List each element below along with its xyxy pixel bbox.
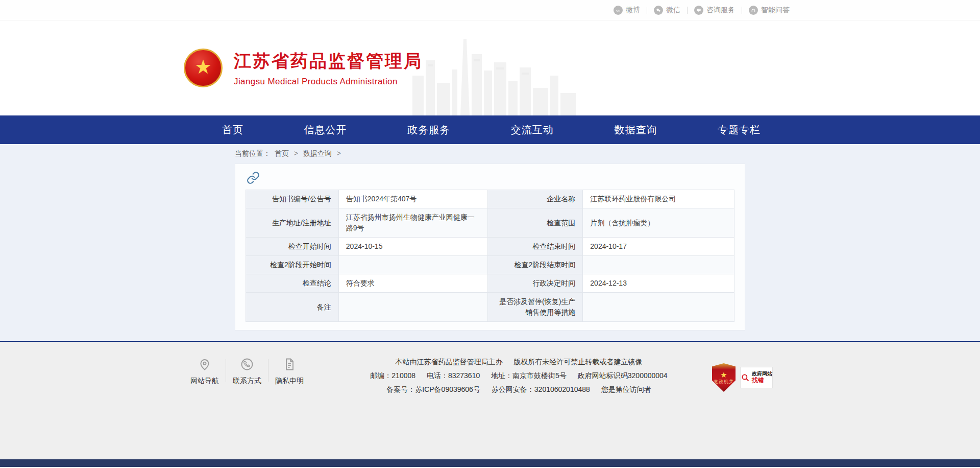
footer-icp-number: 备案号：苏ICP备09039606号 xyxy=(386,385,480,393)
table-row: 检查结论 符合要求 行政决定时间 2024-12-13 xyxy=(246,274,734,293)
row-label: 检查2阶段结束时间 xyxy=(487,256,583,274)
link-icon xyxy=(247,171,260,184)
footer-copyright-text: 版权所有未经许可禁止转载或者建立镜像 xyxy=(513,358,642,366)
row-label: 生产地址/注册地址 xyxy=(246,208,339,238)
breadcrumb-link-data-query[interactable]: 数据查询 xyxy=(303,149,332,157)
site-error-badge[interactable]: 政府网站 找错 xyxy=(740,367,773,388)
skyline-watermark xyxy=(412,39,576,115)
content-area: 当前位置： 首页 > 数据查询 > 告知书编号/公告号 告知书2024年第407… xyxy=(0,144,980,341)
consult-service-link[interactable]: 咨询服务 xyxy=(688,6,742,15)
breadcrumb-separator: > xyxy=(294,149,298,157)
consult-service-icon xyxy=(694,6,703,15)
breadcrumb: 当前位置： 首页 > 数据查询 > xyxy=(184,144,796,163)
detail-table: 告知书编号/公告号 告知书2024年第407号 企业名称 江苏联环药业股份有限公… xyxy=(246,190,734,322)
smart-qa-label: 智能问答 xyxy=(761,6,790,15)
site-title: 江苏省药品监督管理局 xyxy=(234,50,423,73)
table-row: 生产地址/注册地址 江苏省扬州市扬州生物健康产业园健康一路9号 检查范围 片剂（… xyxy=(246,208,734,238)
weibo-label: 微博 xyxy=(626,6,640,15)
weibo-link[interactable]: 微博 xyxy=(607,6,647,15)
site-error-badge-bottom: 找错 xyxy=(752,377,772,384)
row-value: 江苏联环药业股份有限公司 xyxy=(583,190,734,208)
row-label: 备注 xyxy=(246,293,339,322)
wechat-link[interactable]: 微信 xyxy=(647,6,687,15)
row-value: 江苏省扬州市扬州生物健康产业园健康一路9号 xyxy=(338,208,487,238)
row-value xyxy=(583,256,734,274)
nav-item-interaction[interactable]: 交流互动 xyxy=(511,123,554,137)
smart-qa-link[interactable]: 智能问答 xyxy=(742,6,796,15)
footer-nav-privacy-label: 隐私申明 xyxy=(275,377,304,385)
row-label: 检查开始时间 xyxy=(246,238,339,256)
table-row: 备注 是否涉及暂停(恢复)生产销售使用等措施 xyxy=(246,293,734,322)
main-navigation: 首页 信息公开 政务服务 交流互动 数据查询 专题专栏 xyxy=(0,115,980,144)
document-icon xyxy=(282,357,297,371)
topbar: 微博 微信 咨询服务 智能问答 xyxy=(0,0,980,20)
table-row: 告知书编号/公告号 告知书2024年第407号 企业名称 江苏联环药业股份有限公… xyxy=(246,190,734,208)
footer-info: 本站由江苏省药品监督管理局主办 版权所有未经许可禁止转载或者建立镜像 邮编：21… xyxy=(310,355,712,396)
site-footer: 网站导航 联系方式 隐私申明 本站由 xyxy=(0,341,980,459)
magnifier-icon xyxy=(741,373,750,382)
row-label: 是否涉及暂停(恢复)生产销售使用等措施 xyxy=(487,293,583,322)
party-gov-badge[interactable]: ★ 党政机关 xyxy=(712,363,736,392)
smart-qa-icon xyxy=(749,6,758,15)
site-subtitle: Jiangsu Medical Products Administration xyxy=(234,77,423,87)
row-value: 符合要求 xyxy=(338,274,487,293)
row-value: 2024-10-15 xyxy=(338,238,487,256)
row-label: 检查范围 xyxy=(487,208,583,238)
footer-address: 地址：南京市鼓楼街5号 xyxy=(491,371,567,380)
row-label: 检查结束时间 xyxy=(487,238,583,256)
nav-item-home[interactable]: 首页 xyxy=(222,123,243,137)
table-row: 检查2阶段开始时间 检查2阶段结束时间 xyxy=(246,256,734,274)
wechat-icon xyxy=(654,6,663,15)
footer-security-number: 苏公网安备：32010602010488 xyxy=(492,385,590,393)
nav-item-gov-services[interactable]: 政务服务 xyxy=(407,123,450,137)
footer-quick-links: 网站导航 联系方式 隐私申明 xyxy=(184,355,310,386)
footer-nav-sitemap-label: 网站导航 xyxy=(190,377,219,385)
phone-icon xyxy=(240,357,254,371)
site-header: ★ 江苏省药品监督管理局 Jiangsu Medical Products Ad… xyxy=(0,20,980,115)
footer-nav-contact[interactable]: 联系方式 xyxy=(226,355,268,386)
footer-badges: ★ 党政机关 政府网站 找错 xyxy=(712,363,773,392)
weibo-icon xyxy=(614,6,623,15)
row-label: 行政决定时间 xyxy=(487,274,583,293)
row-value: 2024-10-17 xyxy=(583,238,734,256)
shield-star-icon: ★ xyxy=(720,371,727,379)
detail-card: 告知书编号/公告号 告知书2024年第407号 企业名称 江苏联环药业股份有限公… xyxy=(235,163,745,331)
breadcrumb-separator: > xyxy=(337,149,341,157)
footer-line-1: 本站由江苏省药品监督管理局主办 版权所有未经许可禁止转载或者建立镜像 xyxy=(331,355,707,369)
row-label: 企业名称 xyxy=(487,190,583,208)
row-value xyxy=(583,293,734,322)
site-error-badge-text: 政府网站 找错 xyxy=(752,371,772,384)
footer-visitor-text: 您是第位访问者 xyxy=(601,385,651,393)
nav-item-special-topics[interactable]: 专题专栏 xyxy=(718,123,761,137)
nav-item-data-query[interactable]: 数据查询 xyxy=(614,123,657,137)
row-value xyxy=(338,256,487,274)
row-label: 检查2阶段开始时间 xyxy=(246,256,339,274)
row-label: 检查结论 xyxy=(246,274,339,293)
breadcrumb-prefix: 当前位置： xyxy=(235,149,271,157)
footer-host-text: 本站由江苏省药品监督管理局主办 xyxy=(396,358,503,366)
wechat-label: 微信 xyxy=(666,6,680,15)
national-emblem-logo: ★ xyxy=(184,49,223,87)
footer-site-id: 政府网站标识码3200000004 xyxy=(578,371,668,380)
emblem-star-icon: ★ xyxy=(194,57,212,77)
site-titles: 江苏省药品监督管理局 Jiangsu Medical Products Admi… xyxy=(234,50,423,87)
row-value: 2024-12-13 xyxy=(583,274,734,293)
row-value xyxy=(338,293,487,322)
footer-phone: 电话：83273610 xyxy=(427,371,480,380)
breadcrumb-link-home[interactable]: 首页 xyxy=(275,149,289,157)
footer-nav-privacy[interactable]: 隐私申明 xyxy=(268,355,310,386)
party-gov-badge-label: 党政机关 xyxy=(714,380,734,384)
row-label: 告知书编号/公告号 xyxy=(246,190,339,208)
row-value: 告知书2024年第407号 xyxy=(338,190,487,208)
footer-line-3: 备案号：苏ICP备09039606号 苏公网安备：32010602010488 … xyxy=(331,383,707,396)
footer-nav-sitemap[interactable]: 网站导航 xyxy=(184,355,226,386)
bottom-bar xyxy=(0,459,980,467)
nav-item-info-disclosure[interactable]: 信息公开 xyxy=(304,123,347,137)
row-value: 片剂（含抗肿瘤类） xyxy=(583,208,734,238)
map-pin-icon xyxy=(198,357,212,371)
table-row: 检查开始时间 2024-10-15 检查结束时间 2024-10-17 xyxy=(246,238,734,256)
footer-postcode: 邮编：210008 xyxy=(370,371,415,380)
consult-service-label: 咨询服务 xyxy=(706,6,735,15)
footer-line-2: 邮编：210008 电话：83273610 地址：南京市鼓楼街5号 政府网站标识… xyxy=(331,369,707,383)
footer-nav-contact-label: 联系方式 xyxy=(233,377,261,385)
